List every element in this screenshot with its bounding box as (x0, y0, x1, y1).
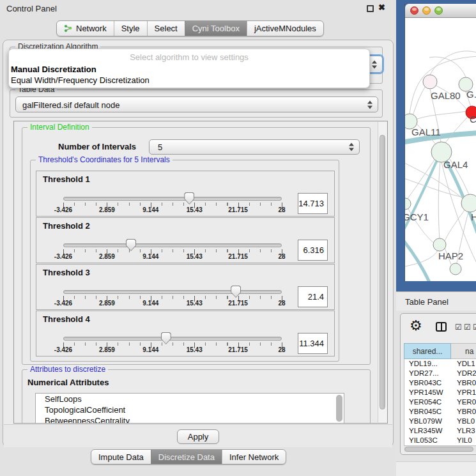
threshold-1-slider[interactable]: -3.426 2.859 9.144 15.43 21.715 28 (63, 171, 282, 217)
threshold-2-panel: Threshold 2 -3.426 2.859 9.144 15.43 (36, 217, 335, 263)
right-side: GAL80 G. C GAL11 GAL4 GCY1 H HAP2 Table … (396, 0, 476, 476)
node-gal80[interactable] (423, 75, 437, 89)
network-view-window: GAL80 G. C GAL11 GAL4 GCY1 H HAP2 (404, 4, 476, 281)
threshold-3-slider[interactable]: -3.426 2.859 9.144 15.43 21.715 28 (63, 265, 282, 311)
table-data-group: Table Data galFiltered.sif default node (10, 89, 383, 118)
node-label: GAL4 (443, 159, 468, 170)
list-item[interactable]: SelfLoops (36, 394, 344, 404)
cyni-toolbox-panel: Discretization Algorithm Select algorith… (3, 40, 394, 447)
algorithm-dropdown-popup: Select algorithm to view settings Manual… (8, 49, 370, 88)
table-row[interactable]: YBR045CYBR0 (404, 407, 476, 417)
node-label: GAL11 (411, 127, 441, 137)
apply-button[interactable]: Apply (177, 429, 219, 444)
numerical-attributes-label: Numerical Attributes (27, 378, 109, 387)
close-icon[interactable]: ✖ (378, 3, 385, 12)
dropdown-option-equal-width[interactable]: Equal Width/Frequency Discretization (11, 75, 367, 86)
group-legend: Interval Definition (27, 123, 92, 132)
checkbox-icon[interactable]: ☑ (464, 323, 471, 332)
tab-style[interactable]: Style (114, 21, 147, 36)
node-label: HAP2 (438, 250, 463, 261)
combo-value: 5 (158, 142, 162, 152)
network-canvas[interactable]: GAL80 G. C GAL11 GAL4 GCY1 H HAP2 (405, 18, 476, 281)
node-hap2[interactable] (433, 238, 446, 251)
checkbox-icon[interactable]: ☑ (473, 323, 476, 332)
table-panel-title: Table Panel (405, 297, 449, 307)
tab-network[interactable]: Network (57, 21, 114, 36)
network-graph: GAL80 G. C GAL11 GAL4 GCY1 H HAP2 (405, 18, 476, 281)
slider-track[interactable] (63, 337, 282, 341)
list-scrollbar[interactable] (336, 395, 342, 422)
gear-icon[interactable]: ⚙ (410, 318, 422, 334)
zoom-window-icon[interactable] (434, 6, 443, 15)
slider-track[interactable] (63, 290, 282, 294)
interval-definition-group: Interval Definition Number of Intervals … (22, 127, 371, 365)
slider-track[interactable] (63, 243, 282, 247)
table-row[interactable]: YPR145WYPR1 (404, 388, 476, 397)
tab-select[interactable]: Select (147, 21, 185, 36)
node-bottom[interactable] (450, 263, 461, 275)
minimize-window-icon[interactable] (422, 6, 431, 15)
thresholds-group: Threshold's Coordinates for 5 Intervals … (30, 160, 339, 362)
threshold-2-slider[interactable]: -3.426 2.859 9.144 15.43 21.715 28 (63, 218, 282, 264)
table-row[interactable]: YBL079WYBL0 (404, 417, 476, 426)
node-label: GCY1 (405, 211, 429, 222)
float-panel-icon[interactable] (367, 5, 374, 12)
column-header-shared[interactable]: shared... (404, 343, 451, 359)
table-row[interactable]: YDL19...YDL1 (404, 359, 476, 369)
panel-title: Control Panel (6, 4, 57, 13)
slider-track[interactable] (63, 197, 282, 201)
num-intervals-label: Number of Intervals (58, 142, 136, 151)
horizontal-scrollbar[interactable] (404, 445, 476, 452)
tab-jactivemnodules[interactable]: jActiveMNodules (247, 21, 323, 36)
table-row[interactable]: YIL053CYIL0 (404, 436, 476, 445)
node-label: C (470, 114, 476, 125)
checkbox-icon[interactable]: ☑ (455, 323, 462, 332)
table-row[interactable]: YDR27...YDR2 (404, 369, 476, 378)
scrollbar-thumb[interactable] (380, 135, 385, 410)
threshold-3-panel: Threshold 3 -3.426 2.859 9.144 15.43 (36, 264, 335, 310)
combo-value: galFiltered.sif default node (22, 100, 119, 109)
group-legend: Threshold's Coordinates for 5 Intervals (36, 155, 173, 164)
column-header-name[interactable]: na (451, 343, 476, 359)
list-item[interactable]: TopologicalCoefficient (36, 404, 344, 415)
node-gcy1[interactable] (405, 198, 411, 210)
tab-cyni-toolbox[interactable]: Cyni Toolbox (185, 21, 247, 36)
scrollbar-thumb[interactable] (404, 447, 473, 452)
control-panel: Control Panel ✖ Network Style Select Cyn… (0, 0, 396, 476)
table-rows: YDL19...YDL1 YDR27...YDR2 YBR043CYBR0 YP… (404, 359, 476, 445)
window-titlebar[interactable] (405, 4, 476, 18)
tab-infer-network[interactable]: Infer Network (222, 450, 286, 464)
threshold-value-field[interactable]: 14.713 (298, 193, 328, 214)
table-row[interactable]: YBR043CYBR0 (404, 378, 476, 388)
table-panel-header: Table Panel (396, 291, 476, 311)
bottom-strip (396, 461, 476, 476)
node-label: GAL80 (431, 90, 461, 101)
table-panel: Table Panel ⚙ ☑ ☑ ☑ shared... na YDL19..… (396, 291, 476, 476)
dropdown-option-manual[interactable]: Manual Discretization (11, 64, 367, 75)
attributes-listbox[interactable]: SelfLoops TopologicalCoefficient Between… (35, 393, 344, 424)
combo-stepper-icon (372, 60, 378, 68)
combo-stepper-icon (349, 143, 355, 151)
attributes-group: Attributes to discretize Numerical Attri… (22, 369, 371, 424)
combo-stepper-icon (367, 100, 373, 109)
table-data-combobox[interactable]: galFiltered.sif default node (15, 96, 378, 112)
threshold-4-slider[interactable]: -3.426 2.859 9.144 15.43 21.715 28 (63, 311, 282, 357)
threshold-value-field[interactable]: 6.316 (298, 240, 328, 261)
table-row[interactable]: YER054CYER0 (404, 397, 476, 407)
tab-impute-data[interactable]: Impute Data (91, 450, 151, 464)
threshold-value-field[interactable]: 11.344 (298, 333, 328, 354)
list-item[interactable]: BetweennessCentrality (36, 415, 344, 424)
tab-discretize-data[interactable]: Discretize Data (151, 450, 222, 464)
threshold-value-field[interactable]: 21.4 (298, 286, 328, 307)
tab-label: Network (76, 24, 107, 33)
num-intervals-combobox[interactable]: 5 (149, 139, 360, 155)
close-window-icon[interactable] (410, 6, 418, 15)
algorithm-placeholder: Select algorithm to view settings (9, 52, 369, 62)
node-label: G. (466, 89, 476, 100)
table-row[interactable]: YLR345WYLR3 (404, 426, 476, 436)
pane-vertical-scrollbar[interactable] (378, 122, 387, 422)
settings-scroll-pane: Interval Definition Number of Intervals … (13, 121, 388, 424)
column-layout-icon[interactable] (436, 322, 447, 332)
node-h[interactable] (461, 194, 476, 212)
network-window-frame: GAL80 G. C GAL11 GAL4 GCY1 H HAP2 (396, 0, 476, 291)
